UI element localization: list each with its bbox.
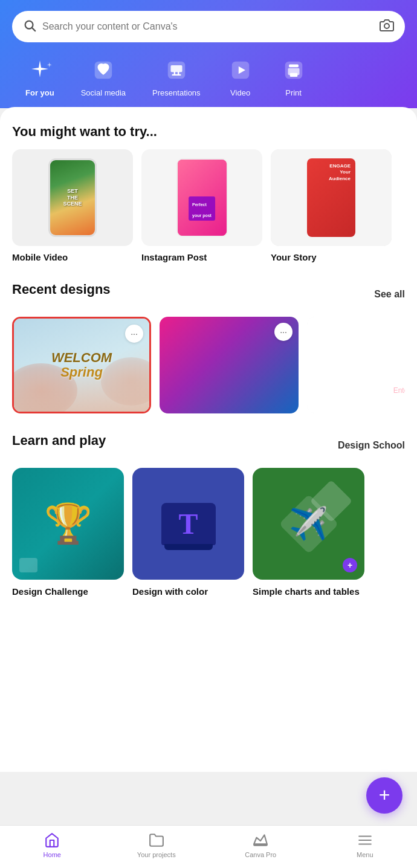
heart-icon xyxy=(90,57,117,83)
learn-card-img-design-with-color: T xyxy=(132,468,244,580)
nav-label-home: Home xyxy=(44,851,61,858)
enter-words-text: Enter your d...words xyxy=(393,386,405,406)
learn-card-design-challenge[interactable]: 🏆 Design Challenge xyxy=(12,468,124,598)
svg-point-2 xyxy=(384,24,389,28)
try-card-your-story[interactable]: ENGAGEYourAudience Your Story xyxy=(271,149,392,262)
try-card-img-instagram-post: Perfectyour post xyxy=(141,149,262,246)
learn-play-title: Learn and play xyxy=(12,433,106,449)
presentation-icon xyxy=(163,57,190,83)
enter-words-preview: Enter your d...words xyxy=(307,317,405,413)
paper-plane-icon: ✈️ xyxy=(289,505,328,542)
designs-scroll: WELCOMSpring ··· ··· Enter your d...word… xyxy=(12,317,405,413)
crown-icon xyxy=(252,832,269,849)
search-input[interactable] xyxy=(42,21,373,32)
category-label-social-media: Social media xyxy=(81,88,126,97)
design-card-welcome-spring[interactable]: WELCOMSpring ··· xyxy=(12,317,151,413)
svg-rect-9 xyxy=(289,65,299,68)
sidebar-item-for-you[interactable]: For you xyxy=(12,57,68,108)
learn-card-img-design-challenge: 🏆 xyxy=(12,468,124,580)
try-card-img-mobile-video: SETTHESCENE xyxy=(12,149,133,246)
header: For you Social media Presentations xyxy=(0,0,417,108)
home-icon xyxy=(44,832,60,849)
category-nav: For you Social media Presentations xyxy=(12,57,405,108)
learn-card-design-with-color[interactable]: T Design with color xyxy=(132,468,244,598)
nav-item-canva-pro[interactable]: Canva Pro xyxy=(208,832,313,858)
learn-scroll: 🏆 Design Challenge T Design with co xyxy=(12,468,405,658)
category-label-presentations: Presentations xyxy=(152,88,201,97)
trophy-icon: 🏆 xyxy=(44,501,92,546)
learn-card-label-simple-charts: Simple charts and tables xyxy=(253,586,364,598)
nav-item-your-projects[interactable]: Your projects xyxy=(105,832,209,858)
design-card-enter-words[interactable]: Enter your d...words ··· xyxy=(307,317,405,413)
fab-create-button[interactable]: + xyxy=(366,777,402,814)
learn-card-simple-charts[interactable]: ✈️ + Simple charts and tables xyxy=(253,468,364,598)
nav-label-canva-pro: Canva Pro xyxy=(245,851,276,858)
try-card-img-your-story: ENGAGEYourAudience xyxy=(271,149,392,246)
search-bar[interactable] xyxy=(12,11,405,42)
try-card-instagram-post[interactable]: Perfectyour post Instagram Post xyxy=(141,149,262,262)
category-label-print: Print xyxy=(285,88,302,97)
story-text: ENGAGEYourAudience xyxy=(329,163,351,182)
learn-play-header: Learn and play Design School xyxy=(12,433,405,458)
learn-card-label-design-with-color: Design with color xyxy=(132,586,244,598)
search-icon xyxy=(23,19,36,34)
nav-item-menu[interactable]: Menu xyxy=(313,832,418,858)
mobile-video-text: SETTHESCENE xyxy=(63,188,82,207)
design-card-more-button-spring[interactable]: ··· xyxy=(125,325,143,343)
try-section-title: You might want to try... xyxy=(12,124,405,140)
sidebar-item-video[interactable]: Video xyxy=(214,57,267,108)
camera-icon[interactable] xyxy=(380,18,394,35)
see-all-button[interactable]: See all xyxy=(374,289,405,300)
print-icon xyxy=(280,57,307,83)
try-card-label-mobile-video: Mobile Video xyxy=(12,252,133,262)
nav-item-home[interactable]: Home xyxy=(0,832,105,858)
svg-rect-11 xyxy=(289,73,297,77)
try-card-label-instagram-post: Instagram Post xyxy=(141,252,262,262)
try-scroll: SETTHESCENE Mobile Video xyxy=(12,149,405,262)
learn-card-img-simple-charts: ✈️ + xyxy=(253,468,364,580)
svg-rect-12 xyxy=(254,844,267,846)
design-school-button[interactable]: Design School xyxy=(338,440,405,451)
fab-plus-icon: + xyxy=(379,785,390,805)
nav-label-your-projects: Your projects xyxy=(137,851,176,858)
nav-label-menu: Menu xyxy=(357,851,373,858)
sidebar-item-print[interactable]: Print xyxy=(267,57,320,108)
category-label-video: Video xyxy=(230,88,250,97)
try-card-mobile-video[interactable]: SETTHESCENE Mobile Video xyxy=(12,149,133,262)
svg-rect-5 xyxy=(170,65,182,72)
video-icon xyxy=(227,57,254,83)
learn-card-label-design-challenge: Design Challenge xyxy=(12,586,124,598)
design-card-more-button-gradient[interactable]: ··· xyxy=(274,323,293,341)
svg-line-1 xyxy=(32,28,35,31)
sparkle-icon xyxy=(27,57,53,83)
design-card-gradient[interactable]: ··· xyxy=(160,317,299,413)
menu-icon xyxy=(357,832,373,849)
welcome-spring-text: WELCOMSpring xyxy=(51,351,112,380)
recent-designs-title: Recent designs xyxy=(12,282,111,297)
try-card-label-your-story: Your Story xyxy=(271,252,392,262)
bottom-nav: Home Your projects Canva Pro Men xyxy=(0,825,417,868)
folder-icon xyxy=(148,832,165,849)
main-content: You might want to try... SETTHESCENE Mob… xyxy=(0,107,417,772)
t-letter-icon: T xyxy=(178,507,198,540)
recent-designs-header: Recent designs See all xyxy=(12,282,405,307)
category-label-for-you: For you xyxy=(25,88,54,97)
sidebar-item-social-media[interactable]: Social media xyxy=(68,57,139,108)
sidebar-item-presentations[interactable]: Presentations xyxy=(139,57,214,108)
